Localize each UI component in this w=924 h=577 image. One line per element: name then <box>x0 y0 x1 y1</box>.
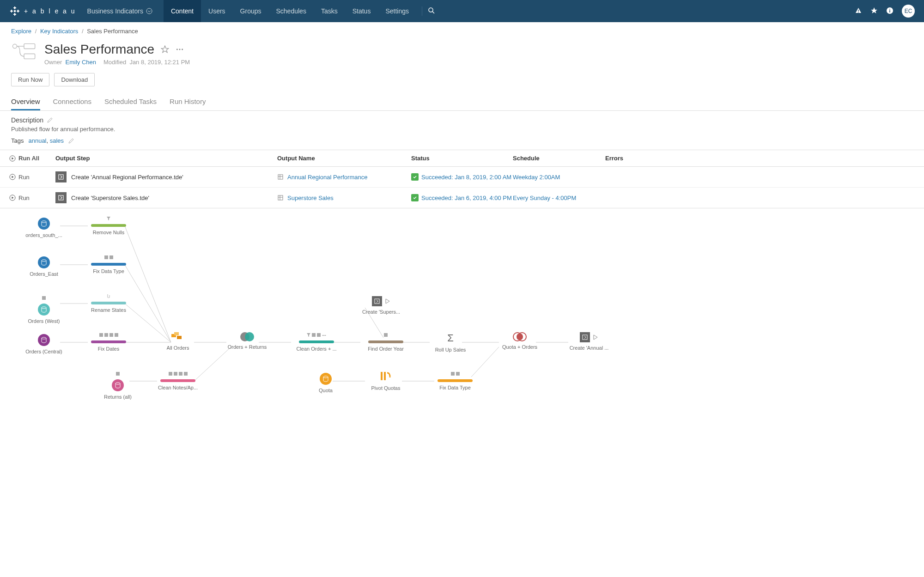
flow-node-step[interactable]: Rename States <box>88 293 129 313</box>
svg-rect-83 <box>456 372 460 376</box>
database-icon <box>38 334 50 346</box>
run-now-button[interactable]: Run Now <box>11 73 49 86</box>
tableau-logo[interactable]: + a b l e a u <box>9 6 76 17</box>
page-title: Sales Performance <box>44 42 154 57</box>
svg-rect-27 <box>278 175 283 179</box>
flow-node-input[interactable]: orders_south_... <box>23 218 65 238</box>
flow-node-input[interactable]: Orders (Central) <box>23 334 65 354</box>
flow-node-aggregate[interactable]: Σ Roll Up Sales <box>430 332 471 352</box>
database-icon <box>38 304 50 316</box>
schedule-link[interactable]: Weekday 2:00AM <box>513 174 605 181</box>
flow-node-join[interactable]: Quota + Orders <box>499 332 541 350</box>
svg-rect-65 <box>115 333 118 337</box>
tab-connections[interactable]: Connections <box>53 94 91 110</box>
schedule-link[interactable]: Every Sunday - 4:00PM <box>513 194 605 201</box>
play-icon[interactable] <box>385 298 390 304</box>
breadcrumb-current: Sales Performance <box>87 28 138 35</box>
flow-node-pivot[interactable]: Pivot Quotas <box>365 371 407 391</box>
flow-diagram[interactable]: orders_south_... Orders_East Orders (Wes… <box>0 208 924 402</box>
star-icon <box>870 7 878 14</box>
nav-content[interactable]: Content <box>164 0 201 22</box>
info-button[interactable] <box>886 7 894 16</box>
site-selector[interactable]: Business Indicators <box>87 7 152 15</box>
flow-node-step[interactable]: Fix Data Type <box>88 255 129 274</box>
flow-node-step[interactable]: Fix Data Type <box>434 371 476 390</box>
svg-rect-15 <box>889 10 890 12</box>
play-icon[interactable] <box>593 334 598 340</box>
nav-separator <box>422 6 422 16</box>
flow-node-input[interactable]: Orders_East <box>23 256 65 277</box>
info-icon <box>886 7 894 14</box>
download-button[interactable]: Download <box>54 73 95 86</box>
flow-node-output[interactable]: Create 'Supers... <box>360 296 402 315</box>
owner-link[interactable]: Emily Chen <box>66 59 96 66</box>
edit-tags-icon[interactable] <box>68 138 74 144</box>
breadcrumb-key-indicators[interactable]: Key Indicators <box>40 28 78 35</box>
svg-rect-71 <box>169 372 172 376</box>
run-all-header[interactable]: Run All <box>9 155 55 162</box>
favorite-toggle[interactable] <box>161 42 169 57</box>
svg-rect-74 <box>184 372 188 376</box>
nav-right: EC <box>855 5 915 18</box>
content-tabs: Overview Connections Scheduled Tasks Run… <box>0 94 924 111</box>
tag-annual[interactable]: annual <box>28 137 46 144</box>
tab-run-history[interactable]: Run History <box>170 94 206 110</box>
flow-node-step[interactable]: Fix Dates <box>88 332 129 352</box>
col-output-name: Output Name <box>277 155 411 162</box>
svg-rect-57 <box>42 296 46 300</box>
nav-schedules[interactable]: Schedules <box>269 0 314 22</box>
search-button[interactable] <box>428 7 435 16</box>
flow-node-output[interactable]: Create 'Annual ... <box>568 332 610 351</box>
venn-icon <box>513 332 527 341</box>
flow-node-join[interactable]: Orders + Returns <box>226 332 268 350</box>
table-header: Run All Output Step Output Name Status S… <box>0 150 924 167</box>
run-step-button[interactable]: Run <box>9 194 55 201</box>
status-cell: Succeeded: Jan 8, 2019, 2:00 AM <box>411 173 513 181</box>
breadcrumb-explore[interactable]: Explore <box>11 28 31 35</box>
flow-node-step[interactable]: Clean Notes/Ap... <box>157 371 199 390</box>
datasource-icon <box>277 194 284 201</box>
flow-node-input[interactable]: Returns (all) <box>97 371 139 400</box>
alerts-button[interactable] <box>855 7 862 16</box>
svg-rect-3 <box>13 14 16 15</box>
nav-users[interactable]: Users <box>201 0 233 22</box>
flow-node-input[interactable]: Quota <box>305 373 346 393</box>
output-name-link[interactable]: Annual Regional Performance <box>277 174 411 181</box>
flow-node-step[interactable]: ••• Clean Orders + ... <box>296 332 337 352</box>
flow-node-input[interactable]: Orders (West) <box>23 295 65 324</box>
svg-rect-63 <box>104 333 108 337</box>
col-errors: Errors <box>605 155 651 162</box>
output-icon <box>580 332 590 342</box>
svg-rect-84 <box>583 335 587 340</box>
run-step-button[interactable]: Run <box>9 174 55 181</box>
tab-scheduled-tasks[interactable]: Scheduled Tasks <box>104 94 157 110</box>
tableau-wordmark: + a b l e a u <box>24 7 76 15</box>
nav-settings[interactable]: Settings <box>378 0 416 22</box>
user-avatar[interactable]: EC <box>902 5 915 18</box>
svg-point-55 <box>42 221 46 223</box>
svg-rect-80 <box>381 372 383 380</box>
svg-point-59 <box>42 337 46 339</box>
nav-tasks[interactable]: Tasks <box>314 0 345 22</box>
col-status: Status <box>411 155 513 162</box>
output-name-link[interactable]: Superstore Sales <box>277 194 411 201</box>
play-circle-icon <box>9 194 16 201</box>
svg-rect-8 <box>14 10 16 12</box>
flow-node-step[interactable]: Remove Nulls <box>88 216 129 235</box>
favorites-button[interactable] <box>870 7 878 16</box>
flow-node-step[interactable]: Find Order Year <box>365 332 407 352</box>
flow-node-union[interactable]: All Orders <box>157 332 199 351</box>
tag-sales[interactable]: sales <box>50 137 64 144</box>
svg-rect-26 <box>59 175 63 179</box>
svg-rect-62 <box>99 333 103 337</box>
database-icon <box>320 373 332 385</box>
more-actions[interactable] <box>176 42 184 57</box>
tab-overview[interactable]: Overview <box>11 94 40 110</box>
filter-icon <box>107 217 110 220</box>
svg-rect-75 <box>312 333 316 337</box>
edit-description-icon[interactable] <box>47 117 53 123</box>
nav-groups[interactable]: Groups <box>233 0 269 22</box>
action-buttons: Run Now Download <box>0 73 924 94</box>
success-check-icon <box>411 173 419 181</box>
nav-status[interactable]: Status <box>345 0 378 22</box>
